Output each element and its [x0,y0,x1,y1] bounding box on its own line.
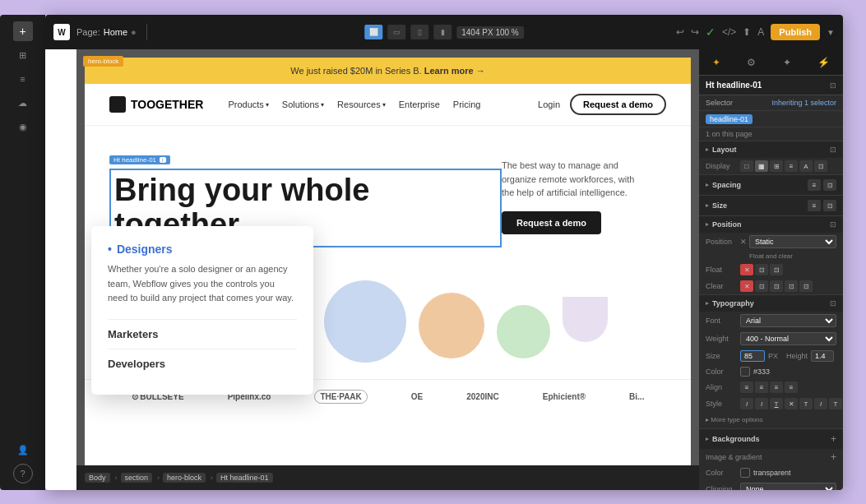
spacing-section-header[interactable]: Spacing ≡ ⊡ [699,175,843,195]
dropdown-popup: Designers Whether you're a solo designer… [91,226,313,395]
selector-tag[interactable]: headline-01 [706,114,753,124]
style-icon[interactable]: ✦ [712,57,720,68]
spacing-btn2[interactable]: ⊡ [823,179,836,191]
display-none-btn[interactable]: A [799,160,813,172]
breadcrumb-headline[interactable]: Ht headline-01 [216,473,278,483]
sidebar-cms-icon[interactable]: ◉ [13,117,33,136]
dropdown-active-item[interactable]: Designers [108,243,297,256]
align-center-btn[interactable]: ≡ [755,381,768,393]
bg-color-row: Color transparent [699,465,843,480]
style-row: Style I I T ✕ T I T [699,395,843,412]
float-x-btn[interactable]: ✕ [740,264,753,275]
nav-enterprise[interactable]: Enterprise [399,99,440,109]
code-icon[interactable]: </> [722,26,736,38]
uppercase-btn[interactable]: T [799,398,813,409]
spacing-btn1[interactable]: ≡ [808,179,821,191]
sidebar-assets-icon[interactable]: ☁ [13,93,33,113]
align-justify-btn[interactable]: ≡ [785,381,798,393]
align-row: Align ≡ ≡ ≡ ≡ [699,379,843,395]
device-tablet-btn[interactable]: ▭ [387,25,405,39]
publish-button[interactable]: Publish [771,24,820,40]
strike-btn[interactable]: ✕ [785,398,798,409]
italic-btn[interactable]: I [740,398,753,409]
device-desktop-btn[interactable]: ⬜ [364,25,382,39]
display-flex-btn[interactable]: ▦ [755,160,768,172]
display-inherit-btn[interactable]: ⊡ [814,160,827,172]
backgrounds-section-header[interactable]: Backgrounds + [699,429,843,449]
sidebar-help-icon[interactable]: ? [13,464,33,483]
size-section-header[interactable]: Size ≡ ⊡ [699,196,843,215]
backgrounds-section: Backgrounds + Image & gradient + Color t… [699,429,843,490]
deco-btn[interactable]: T [829,398,842,409]
typography-section-header[interactable]: Typography ⊡ [699,295,843,312]
italic3-btn[interactable]: I [814,398,827,409]
hero-cta-button[interactable]: Request a demo [502,211,601,234]
logo-text: TOOGETHER [131,98,203,111]
position-select[interactable]: Static Relative Absolute Fixed [749,235,836,248]
user-icon[interactable]: A [757,26,764,38]
nav-pricing[interactable]: Pricing [453,99,481,109]
display-block-btn[interactable]: □ [740,160,753,172]
clear-x-btn[interactable]: ✕ [740,280,753,292]
learn-more-link[interactable]: Learn more [424,66,474,76]
nav-login[interactable]: Login [538,99,560,109]
italic2-btn[interactable]: I [755,398,768,409]
toolbar-center: ⬜ ▭ ▯ ▮ 1404 PX 100 % [364,25,524,39]
nav-resources[interactable]: Resources▾ [337,99,386,109]
line-height-input[interactable] [811,350,834,362]
device-tall-btn[interactable]: ▮ [433,25,452,39]
hero-description: The best way to manage and organize remo… [502,159,666,200]
clear-b-btn[interactable]: ⊡ [785,280,798,292]
sidebar-users-icon[interactable]: 👤 [13,440,33,460]
float-right-btn[interactable]: ⊡ [770,264,783,275]
layout-section-header[interactable]: Layout ⊡ [699,141,843,158]
add-bg-icon[interactable]: + [831,433,836,445]
undo-icon[interactable]: ↩ [676,26,684,38]
settings-icon[interactable]: ⚙ [747,57,756,68]
size-btn2[interactable]: ⊡ [823,200,836,211]
nav-products[interactable]: Products▾ [228,99,268,109]
hero-right: The best way to manage and organize remo… [502,150,666,256]
export-icon[interactable]: ⬆ [743,26,751,38]
breadcrumb-body[interactable]: Body [85,473,118,483]
underline-btn[interactable]: T [770,398,783,409]
lightning-icon[interactable]: ⚡ [817,57,830,68]
weight-select[interactable]: 400 - Normal [740,332,836,345]
nav-demo-button[interactable]: Request a demo [570,94,666,115]
breadcrumb-section[interactable]: section [121,473,160,483]
dropdown-developers[interactable]: Developers [108,349,297,378]
right-panel: Ht headline-01 ⊡ Selector Inheriting 1 s… [699,76,843,490]
size-btn1[interactable]: ≡ [808,200,821,211]
clear-r-btn[interactable]: ⊡ [770,280,783,292]
breadcrumb-hero-block[interactable]: hero-block [163,473,213,483]
device-mobile-btn[interactable]: ▯ [410,25,428,39]
toolbar: W Page: Home ● ⬜ ▭ ▯ ▮ 1404 PX 100 % ↩ ↪ [45,15,843,49]
align-left-btn[interactable]: ≡ [740,381,753,393]
size-unit: PX [768,352,778,360]
clear-n-btn[interactable]: ⊡ [799,280,813,292]
more-type-options[interactable]: ▸ More type options [699,412,843,428]
display-inline-btn[interactable]: ≡ [785,160,798,172]
clear-l-btn[interactable]: ⊡ [755,280,768,292]
dropdown-marketers[interactable]: Marketers [108,319,297,349]
position-section-header[interactable]: Position ⊡ [699,216,843,233]
layout-section: Layout ⊡ Display □ ▦ ⊞ ≡ A ⊡ [699,141,843,175]
interactions-icon[interactable]: ✦ [783,57,791,68]
redo-icon[interactable]: ↪ [691,26,699,38]
add-image-icon[interactable]: + [831,451,836,463]
inheriting-link[interactable]: Inheriting 1 selector [771,99,836,107]
clipping-select[interactable]: None [740,483,836,490]
position-section: Position ⊡ Position ✕ Static Relative Ab… [699,216,843,295]
logo-icon [109,96,126,113]
bg-color-swatch[interactable] [740,468,750,478]
sidebar-pages-icon[interactable]: ⊞ [13,45,33,65]
sidebar-layers-icon[interactable]: ≡ [13,69,33,89]
float-left-btn[interactable]: ⊡ [755,264,768,275]
sidebar-add-icon[interactable]: + [13,21,33,41]
font-select[interactable]: Arial [740,314,836,327]
nav-solutions[interactable]: Solutions▾ [282,99,324,109]
font-size-input[interactable] [740,350,765,362]
color-swatch[interactable] [740,367,750,377]
display-grid-btn[interactable]: ⊞ [770,160,783,172]
align-right-btn[interactable]: ≡ [770,381,783,393]
